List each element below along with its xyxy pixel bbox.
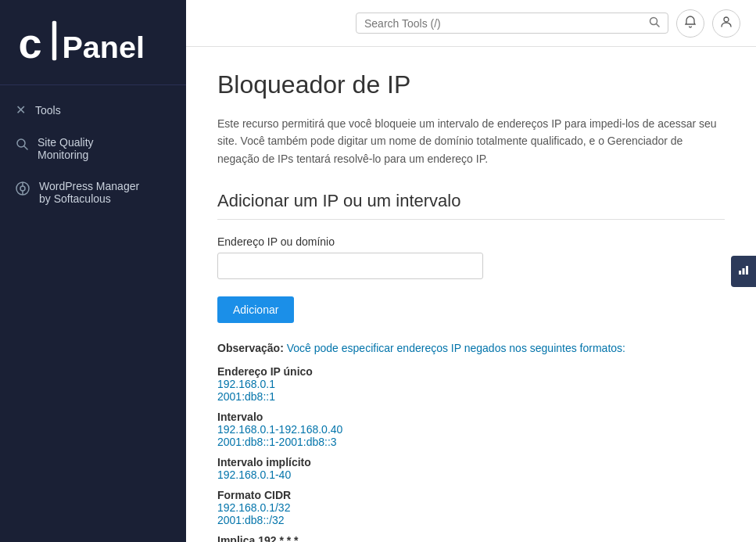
sidebar-navigation: ✕ Tools Site Quality Monitoring [0,85,186,222]
notifications-button[interactable] [676,9,704,38]
floating-chart-button[interactable] [731,256,756,287]
search-box[interactable] [356,13,668,34]
bell-icon [684,16,697,31]
search-input[interactable] [364,17,649,30]
svg-line-4 [24,146,27,149]
format-cidr-value-1: 192.168.0.1/32 [217,501,725,514]
site-quality-label1: Site Quality [38,136,94,149]
svg-line-10 [657,24,660,27]
observacao-section: Observação: Você pode especificar endere… [217,342,725,354]
page-title: Bloqueador de IP [217,70,725,99]
sidebar-item-tools[interactable]: ✕ Tools [0,93,186,127]
user-menu-button[interactable] [712,9,740,38]
ip-form-group: Endereço IP ou domínio [217,235,725,279]
observacao-label: Observação: [217,342,284,354]
format-implicit-range-title: Intervalo implícito [217,456,725,468]
wp-manager-label2: by Softaculous [39,192,139,205]
svg-rect-1 [52,21,56,60]
format-wildcard: Implica 192.*.*.* 192. [217,534,725,542]
search-icon [649,16,660,30]
format-cidr-value-2: 2001:db8::/32 [217,514,725,526]
site-quality-icon [16,138,28,153]
logo-area: c Panel [0,0,186,85]
svg-text:c: c [19,20,42,66]
format-wildcard-title: Implica 192.*.*.* [217,534,725,542]
section-title: Adicionar um IP ou um intervalo [217,191,725,220]
topbar [186,0,756,47]
page-description: Este recurso permitirá que você bloqueie… [217,115,725,167]
svg-rect-13 [743,268,745,275]
format-single-ip: Endereço IP único 192.168.0.1 2001:db8::… [217,365,725,403]
sidebar-item-wordpress-manager[interactable]: WordPress Manager by Softaculous [0,170,186,214]
page-content: Bloqueador de IP Este recurso permitirá … [186,47,756,542]
format-cidr-title: Formato CIDR [217,489,725,501]
svg-point-11 [724,17,729,22]
observacao-text: Você pode especificar endereços IP negad… [287,342,625,354]
description-text: Este recurso permitirá que você bloqueie… [217,117,717,165]
sidebar-item-tools-label: Tools [35,104,61,117]
format-single-ip-value-2: 2001:db8::1 [217,390,725,403]
format-cidr: Formato CIDR 192.168.0.1/32 2001:db8::/3… [217,489,725,526]
svg-point-6 [20,186,25,191]
format-implicit-range-value-1: 192.168.0.1-40 [217,468,725,481]
format-single-ip-value-1: 192.168.0.1 [217,378,725,390]
format-single-ip-title: Endereço IP único [217,365,725,378]
svg-text:Panel: Panel [62,30,145,64]
add-button[interactable]: Adicionar [217,296,294,323]
formats-list: Endereço IP único 192.168.0.1 2001:db8::… [217,365,725,542]
wordpress-icon [16,181,30,199]
chart-icon [738,264,749,278]
tools-icon: ✕ [16,102,26,117]
svg-rect-14 [746,266,748,275]
ip-input[interactable] [217,253,483,279]
sidebar-item-site-quality[interactable]: Site Quality Monitoring [0,127,186,170]
wp-manager-label1: WordPress Manager [39,180,139,192]
format-range-title: Intervalo [217,411,725,423]
format-range-value-2: 2001:db8::1-2001:db8::3 [217,436,725,448]
user-icon [720,16,733,31]
sidebar: c Panel ✕ Tools Site Quality Monitoring [0,0,186,542]
site-quality-label2: Monitoring [38,149,94,161]
format-implicit-range: Intervalo implícito 192.168.0.1-40 [217,456,725,481]
cpanel-logo: c Panel [16,13,170,69]
format-range-value-1: 192.168.0.1-192.168.0.40 [217,423,725,436]
svg-rect-12 [739,271,741,275]
ip-form-label: Endereço IP ou domínio [217,235,725,248]
format-range: Intervalo 192.168.0.1-192.168.0.40 2001:… [217,411,725,448]
main-area: Bloqueador de IP Este recurso permitirá … [186,0,756,542]
